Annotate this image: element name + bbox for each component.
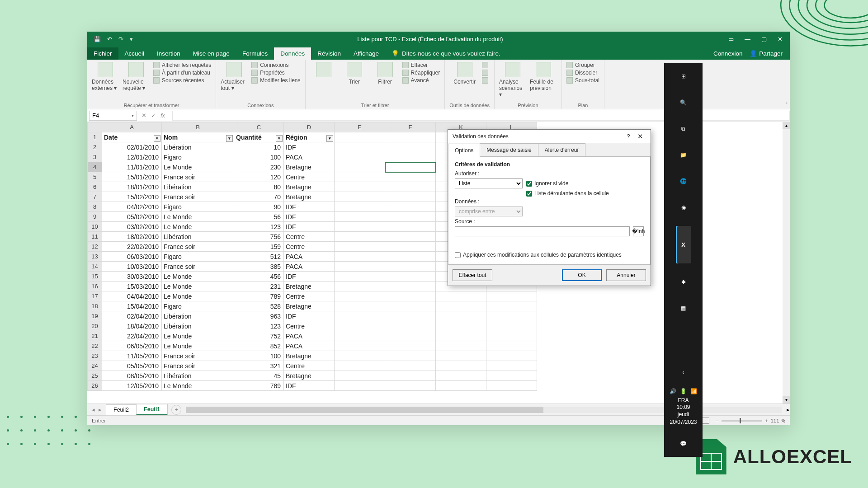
- cell[interactable]: 10: [234, 142, 284, 152]
- cell[interactable]: [486, 311, 537, 321]
- cell[interactable]: PACA: [284, 262, 335, 272]
- cell[interactable]: Date▾: [102, 132, 162, 142]
- cell[interactable]: IDF: [284, 202, 335, 212]
- share-button[interactable]: 👤 Partager: [750, 50, 783, 57]
- cell[interactable]: [436, 341, 486, 351]
- cell[interactable]: 12/05/2010: [102, 381, 162, 391]
- search-icon[interactable]: 🔍: [676, 95, 691, 110]
- cell[interactable]: [385, 172, 436, 182]
- zoom-slider[interactable]: [722, 420, 762, 422]
- cell[interactable]: [335, 291, 385, 301]
- row-header[interactable]: 24: [88, 361, 102, 371]
- qat-customize-icon[interactable]: ▾: [130, 36, 133, 42]
- cell[interactable]: Bretagne: [284, 351, 335, 361]
- dialog-tab-options[interactable]: Options: [448, 144, 480, 157]
- ribbon-display-icon[interactable]: ▭: [728, 36, 734, 42]
- connections[interactable]: Connexions: [251, 62, 300, 68]
- from-table[interactable]: À partir d'un tableau: [153, 70, 211, 76]
- cell[interactable]: [335, 152, 385, 162]
- filter-dropdown-icon[interactable]: ▾: [276, 135, 283, 142]
- cell[interactable]: Région▾: [284, 132, 335, 142]
- cell[interactable]: 90: [234, 202, 284, 212]
- column-header-C[interactable]: C: [234, 122, 284, 132]
- minimize-icon[interactable]: —: [745, 36, 750, 42]
- cell[interactable]: [385, 142, 436, 152]
- cell[interactable]: France soir: [162, 172, 234, 182]
- cell[interactable]: Bretagne: [284, 371, 335, 381]
- cell[interactable]: 385: [234, 262, 284, 272]
- dialog-help-icon[interactable]: ?: [623, 133, 634, 140]
- cell[interactable]: 789: [234, 381, 284, 391]
- cell[interactable]: [385, 152, 436, 162]
- cell[interactable]: 321: [234, 361, 284, 371]
- row-header[interactable]: 9: [88, 212, 102, 222]
- save-icon[interactable]: 💾: [94, 36, 101, 42]
- ignore-blank-checkbox[interactable]: [526, 181, 532, 187]
- cell[interactable]: Nom▾: [162, 132, 234, 142]
- data-validation[interactable]: [482, 77, 488, 84]
- cell[interactable]: IDF: [284, 212, 335, 222]
- cell[interactable]: Bretagne: [284, 162, 335, 172]
- row-header[interactable]: 10: [88, 222, 102, 232]
- forecast-sheet-button[interactable]: Feuille de prévision: [530, 62, 557, 91]
- explorer-icon[interactable]: 📁: [676, 147, 691, 163]
- select-all-corner[interactable]: [88, 122, 102, 132]
- cell[interactable]: [436, 331, 486, 341]
- cell[interactable]: [436, 301, 486, 311]
- cell[interactable]: [335, 142, 385, 152]
- cell[interactable]: [486, 361, 537, 371]
- cell[interactable]: 45: [234, 371, 284, 381]
- fx-icon[interactable]: fx: [160, 112, 168, 119]
- collapse-ribbon-icon[interactable]: ˄: [785, 102, 788, 108]
- cell[interactable]: [335, 282, 385, 291]
- row-header[interactable]: 26: [88, 381, 102, 391]
- cell[interactable]: 11/01/2010: [102, 162, 162, 172]
- row-header[interactable]: 4: [88, 162, 102, 172]
- cell[interactable]: [486, 371, 537, 381]
- cell[interactable]: France soir: [162, 361, 234, 371]
- cell[interactable]: [385, 192, 436, 202]
- dialog-close-icon[interactable]: ✕: [634, 132, 646, 141]
- range-picker-icon[interactable]: �ình: [633, 226, 644, 236]
- cell[interactable]: [385, 331, 436, 341]
- cell[interactable]: 15/01/2010: [102, 172, 162, 182]
- clock[interactable]: 10:09 jeudi 20/07/2023: [670, 404, 697, 431]
- cell[interactable]: [385, 222, 436, 232]
- cell[interactable]: [385, 371, 436, 381]
- cell[interactable]: 963: [234, 311, 284, 321]
- row-header[interactable]: 20: [88, 321, 102, 331]
- sheet-nav-next-icon[interactable]: ▸: [99, 406, 102, 413]
- cell[interactable]: [486, 301, 537, 311]
- cell[interactable]: 10/03/2010: [102, 262, 162, 272]
- column-header-A[interactable]: A: [102, 122, 162, 132]
- cell[interactable]: [335, 371, 385, 381]
- cell[interactable]: 100: [234, 152, 284, 162]
- cell[interactable]: Le Monde: [162, 341, 234, 351]
- tab-file[interactable]: Fichier: [87, 47, 118, 60]
- cell[interactable]: [335, 331, 385, 341]
- cell[interactable]: [486, 381, 537, 391]
- cell[interactable]: [385, 242, 436, 252]
- cell[interactable]: Libération: [162, 232, 234, 242]
- cell[interactable]: [385, 212, 436, 222]
- cell[interactable]: 12/01/2010: [102, 152, 162, 162]
- row-header[interactable]: 14: [88, 262, 102, 272]
- cell[interactable]: 11/05/2010: [102, 351, 162, 361]
- cell[interactable]: IDF: [284, 381, 335, 391]
- clear-all-button[interactable]: Effacer tout: [453, 269, 492, 281]
- cell[interactable]: [335, 192, 385, 202]
- cell[interactable]: 230: [234, 162, 284, 172]
- cell[interactable]: Libération: [162, 321, 234, 331]
- cell[interactable]: Le Monde: [162, 272, 234, 282]
- tell-me[interactable]: 💡 Dites-nous ce que vous voulez faire.: [385, 47, 507, 60]
- tab-view[interactable]: Affichage: [347, 47, 385, 60]
- cell[interactable]: [385, 351, 436, 361]
- cell[interactable]: [335, 222, 385, 232]
- cell[interactable]: Libération: [162, 311, 234, 321]
- cell[interactable]: [335, 162, 385, 172]
- tab-insert[interactable]: Insertion: [151, 47, 187, 60]
- excel-taskbar-icon[interactable]: X: [676, 226, 691, 263]
- undo-icon[interactable]: ↶: [107, 36, 112, 42]
- notes-icon[interactable]: ▦: [676, 300, 691, 316]
- row-header[interactable]: 8: [88, 202, 102, 212]
